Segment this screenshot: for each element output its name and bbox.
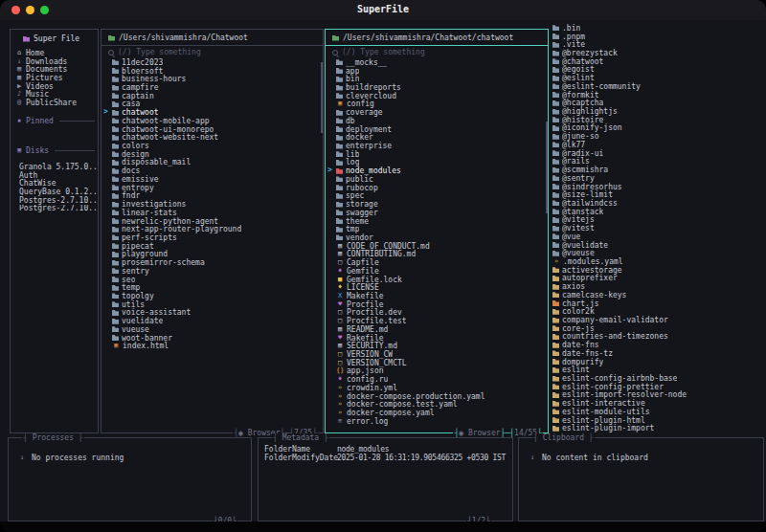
file-disposable-mail[interactable]: disposable_mail <box>101 159 322 167</box>
preview-file-vitejs[interactable]: @vitejs <box>552 216 763 225</box>
preview-file-egoist[interactable]: @egoist <box>552 66 763 75</box>
preview-file-june-so[interactable]: @june-so <box>552 132 763 141</box>
preview-file-size-limit[interactable]: @size-limit <box>552 190 763 199</box>
preview-file-date-fns[interactable]: date-fns <box>552 341 763 349</box>
preview-file-modules-yaml[interactable]: » .modules.yaml <box>552 257 763 266</box>
file-campfire[interactable]: campfire <box>101 83 322 92</box>
panel2-scrollbar[interactable] <box>546 122 548 213</box>
file-app[interactable]: app <box>326 67 547 76</box>
file-security-md[interactable]: ▤ SECURITY.md <box>326 342 547 350</box>
file-rakefile[interactable]: ♥ Rakefile <box>326 334 547 343</box>
file-perf-scripts[interactable]: perf-scripts <box>101 233 322 242</box>
preview-file-eslint-plugin-import[interactable]: eslint-plugin-import <box>552 425 763 433</box>
preview-file-chart-js[interactable]: chart.js <box>552 299 763 308</box>
file-chatwoot-mobile-app[interactable]: chatwoot-mobile-app <box>101 117 322 125</box>
file-docker[interactable]: docker <box>326 133 547 142</box>
file-log[interactable]: log <box>326 159 547 167</box>
file-vueuse[interactable]: vueuse <box>101 325 322 334</box>
file-config-ru[interactable]: ♦ config.ru <box>326 375 547 384</box>
file-docs[interactable]: docs <box>101 166 322 175</box>
preview-file-breezystack[interactable]: @breezystack <box>552 49 763 57</box>
file-chatwoot-ui-monorepo[interactable]: chatwoot-ui-monorepo <box>101 125 322 134</box>
file-tmp[interactable]: tmp <box>326 225 547 233</box>
file-bin[interactable]: bin <box>326 75 547 83</box>
disk-auth[interactable]: Auth <box>11 171 98 180</box>
file-fndr[interactable]: fndr <box>101 192 322 201</box>
file-casa[interactable]: casa <box>101 100 322 109</box>
disk-chatwise[interactable]: ChatWise <box>11 179 98 188</box>
panel2-search[interactable]: (/) Type something <box>326 46 548 58</box>
file-newrelic-python-agent[interactable]: newrelic-python-agent <box>101 217 322 226</box>
preview-file-vitest[interactable]: @vitest <box>552 224 763 233</box>
preview-file-dompurify[interactable]: dompurify <box>552 358 763 366</box>
file-version-cw[interactable]: □ VERSION_CW <box>326 350 547 359</box>
preview-file-formkit[interactable]: @formkit <box>552 91 763 100</box>
preview-file-activestorage[interactable]: activestorage <box>552 266 763 275</box>
preview-file-eslint-community[interactable]: @eslint-community <box>552 82 763 91</box>
file-playground[interactable]: playground <box>101 251 322 259</box>
file-emissive[interactable]: emissive <box>101 175 322 184</box>
preview-file-hcaptcha[interactable]: @hcaptcha <box>552 99 763 107</box>
preview-file-core-js[interactable]: core-js <box>552 324 763 333</box>
preview-file-vite[interactable]: .vite <box>552 40 763 49</box>
preview-file-eslint[interactable]: @eslint <box>552 74 763 82</box>
preview-file-iconify-json[interactable]: @iconify-json <box>552 124 763 133</box>
preview-file-highlightjs[interactable]: @highlightjs <box>552 107 763 116</box>
preview-file-chatwoot[interactable]: @chatwoot <box>552 57 763 66</box>
file-makefile[interactable]: X Makefile <box>326 292 547 300</box>
file-linear-stats[interactable]: linear-stats <box>101 209 322 217</box>
file-voice-assistant[interactable]: voice-assistant <box>101 309 322 318</box>
preview-file-tailwindcss[interactable]: @tailwindcss <box>552 199 763 208</box>
preview-file-eslint-import-resolver-node[interactable]: eslint-import-resolver-node <box>552 391 763 400</box>
file-temp[interactable]: temp <box>101 283 322 292</box>
file-entropy[interactable]: entropy <box>101 184 322 192</box>
file-investigations[interactable]: investigations <box>101 200 322 209</box>
file-procfile-dev[interactable]: □ Procfile.dev <box>326 309 547 318</box>
file-theme[interactable]: theme <box>326 217 547 226</box>
file-db[interactable]: db <box>326 117 547 125</box>
preview-file-histoire[interactable]: @histoire <box>552 116 763 124</box>
file-11dec2023[interactable]: 11dec2023 <box>101 58 322 67</box>
preview-file-rails[interactable]: @rails <box>552 158 763 166</box>
file-utils[interactable]: utils <box>101 300 322 309</box>
file-enterprise[interactable]: enterprise <box>326 142 547 150</box>
preview-file-pnpm[interactable]: .pnpm <box>552 33 763 41</box>
sidebar-item-music[interactable]: ♪ Music <box>11 91 98 100</box>
preview-file-eslint-config-airbnb-base[interactable]: eslint-config-airbnb-base <box>552 374 763 383</box>
file-index-html[interactable]: ▣ index.html <box>101 342 322 350</box>
file-chatwoot-website-next[interactable]: chatwoot-website-next <box>101 133 322 142</box>
file-sentry[interactable]: sentry <box>101 267 322 276</box>
file-public[interactable]: public <box>326 175 547 184</box>
preview-file-lk77[interactable]: @lk77 <box>552 141 763 149</box>
file-swagger[interactable]: swagger <box>326 209 547 217</box>
file-capfile[interactable]: □ Capfile <box>326 258 547 267</box>
preview-file-tanstack[interactable]: @tanstack <box>552 208 763 216</box>
preview-file-eslint-interactive[interactable]: eslint-interactive <box>552 399 763 408</box>
file-mocks[interactable]: __mocks__ <box>326 58 547 67</box>
preview-file-eslint-plugin-html[interactable]: eslint-plugin-html <box>552 416 763 425</box>
file-woot-banner[interactable]: woot-banner <box>101 334 322 343</box>
file-app-json[interactable]: {} app.json <box>326 367 547 376</box>
file-error-log[interactable]: ≡ error.log <box>326 417 547 426</box>
file-captain[interactable]: captain <box>101 92 322 100</box>
file-lib[interactable]: lib <box>326 150 547 159</box>
file-prosemirror-schema[interactable]: prosemirror-schema <box>101 258 322 267</box>
sidebar-item-videos[interactable]: ▶ Videos <box>11 82 98 91</box>
file-version-cmctl[interactable]: □ VERSION_CMCTL <box>326 359 547 367</box>
file-deployment[interactable]: deployment <box>326 125 547 134</box>
panel1-search[interactable]: (/) Type something <box>101 46 323 58</box>
preview-file-date-fns-tz[interactable]: date-fns-tz <box>552 349 763 358</box>
preview-file-radix-ui[interactable]: @radix-ui <box>552 149 763 158</box>
preview-file-eslint-module-utils[interactable]: eslint-module-utils <box>552 408 763 416</box>
preview-file-sindresorhus[interactable]: @sindresorhus <box>552 183 763 191</box>
preview-file-vuelidate[interactable]: @vuelidate <box>552 241 763 250</box>
file-bloersoft[interactable]: bloersoft <box>101 67 322 76</box>
file-license[interactable]: ♦ LICENSE <box>326 283 547 292</box>
file-config[interactable]: ▣ config <box>326 100 547 109</box>
file-seo[interactable]: seo <box>101 276 322 284</box>
disk-granola-5-175-0[interactable]: Granola 5.175.0... <box>11 163 98 171</box>
sidebar-item-publicshare[interactable]: @ PublicShare <box>11 99 98 107</box>
disk-postgres-2-7-10[interactable]: Postgres-2.7.10... <box>11 205 98 213</box>
file-gemfile-lock[interactable]: ■ Gemfile.lock <box>326 276 547 284</box>
preview-file-autoprefixer[interactable]: autoprefixer <box>552 275 763 283</box>
